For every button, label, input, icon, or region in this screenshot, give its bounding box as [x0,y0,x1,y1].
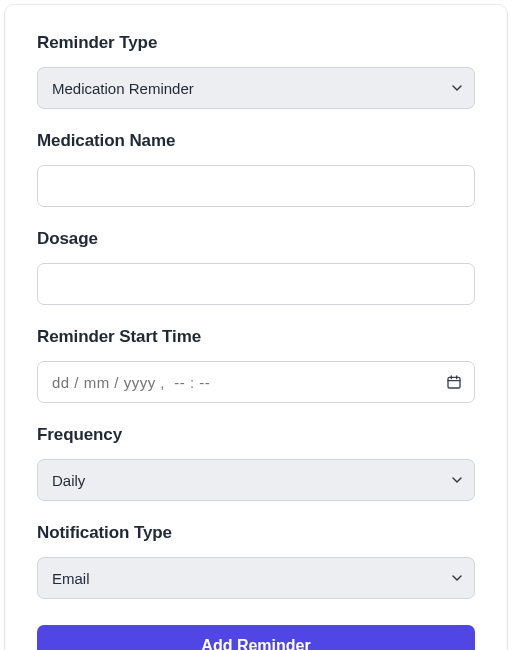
input-start-time[interactable] [37,361,475,403]
field-medication-name: Medication Name [37,131,475,207]
label-medication-name: Medication Name [37,131,475,151]
label-reminder-type: Reminder Type [37,33,475,53]
add-reminder-button[interactable]: Add Reminder [37,625,475,650]
label-notification-type: Notification Type [37,523,475,543]
field-notification-type: Notification Type Email [37,523,475,599]
field-start-time: Reminder Start Time [37,327,475,403]
field-frequency: Frequency Daily [37,425,475,501]
label-frequency: Frequency [37,425,475,445]
field-reminder-type: Reminder Type Medication Reminder [37,33,475,109]
label-start-time: Reminder Start Time [37,327,475,347]
input-dosage[interactable] [37,263,475,305]
select-reminder-type[interactable]: Medication Reminder [37,67,475,109]
select-notification-type[interactable]: Email [37,557,475,599]
field-dosage: Dosage [37,229,475,305]
input-medication-name[interactable] [37,165,475,207]
select-frequency[interactable]: Daily [37,459,475,501]
datetime-wrap [37,361,475,403]
label-dosage: Dosage [37,229,475,249]
reminder-form-card: Reminder Type Medication Reminder Medica… [4,4,508,650]
